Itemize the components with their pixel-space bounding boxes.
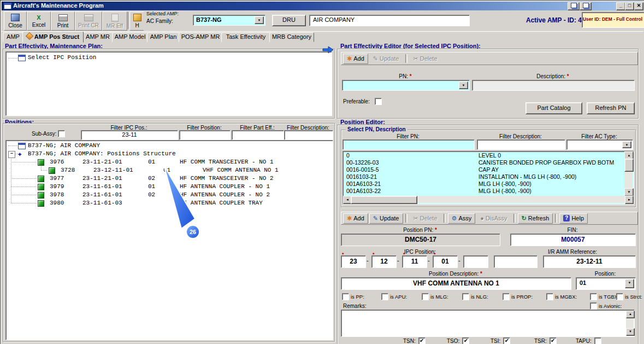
tab-amp-model[interactable]: AMP Model xyxy=(112,32,148,42)
positions-tree[interactable]: B737-NG; AIR COMPANY − ✚ B737-NG; AIR CO… xyxy=(5,140,333,340)
tree-row-3976[interactable]: 3976 23-11-21-01 01 HF COMM TRANSCEIVER … xyxy=(6,158,333,166)
h-button[interactable]: H xyxy=(129,11,145,31)
collapse-icon[interactable]: − xyxy=(8,151,15,158)
pe-delete-button[interactable]: ✂Delete xyxy=(410,213,441,224)
ipc-segment-1[interactable]: 23 xyxy=(341,255,366,268)
tree-row-root[interactable]: B737-NG; AIR COMPANY xyxy=(6,142,333,150)
list-row[interactable]: 001A6103-21MLG LH (-800, -900) xyxy=(343,180,634,188)
is-apu-checkbox[interactable] xyxy=(381,293,388,300)
pe-add-button[interactable]: ✱Add xyxy=(343,213,368,224)
position-dropdown-arrow-icon[interactable]: ▼ xyxy=(625,279,634,288)
pn-dropdown-arrow-icon[interactable]: ▼ xyxy=(459,81,468,89)
list-row[interactable]: 0016103-21INSTALLATION - MLG LH (-800, -… xyxy=(343,173,634,180)
pee-add-button[interactable]: ✱Add xyxy=(343,54,368,64)
tree-row-3977[interactable]: 3977 23-11-21-01 02 HF COMM TRANSCEIVER … xyxy=(6,174,333,183)
mr-eff-button[interactable]: MR Eff xyxy=(102,11,127,31)
horizontal-scrollbar[interactable]: ◄ ► xyxy=(343,196,633,203)
minimize-button[interactable]: _ xyxy=(616,2,625,10)
scroll-right-button[interactable]: ► xyxy=(625,196,634,204)
ipc-segment-3[interactable]: 11 xyxy=(402,255,427,268)
pe-update-button[interactable]: ✎Update xyxy=(369,213,403,224)
ipc-position-tree[interactable]: Select IPC Position xyxy=(5,51,332,116)
tree-row-3728[interactable]: 3728 23-12-11-01 01 VHF COMM ANTENNA NO … xyxy=(6,166,333,174)
tree-row-3978[interactable]: 3978 23-11-61-01 02 HF ANTENNA COUPLER -… xyxy=(6,191,333,199)
description-field[interactable] xyxy=(472,80,635,91)
close-button[interactable]: Close xyxy=(4,11,27,31)
splitter-arrow-button[interactable] xyxy=(322,46,335,54)
pee-delete-button[interactable]: ✂Delete xyxy=(410,54,441,64)
is-avionic-checkbox[interactable] xyxy=(590,302,597,310)
position-pn-field[interactable]: DMC50-17 xyxy=(341,234,500,246)
position-combobox[interactable]: 01 ▼ xyxy=(576,277,636,290)
dropdown-arrow-icon[interactable]: ▼ xyxy=(255,16,264,24)
tree-row-structure[interactable]: − ✚ B737-NG; AIR COMPANY: Positions Stru… xyxy=(6,150,333,158)
pe-help-button[interactable]: ?Help xyxy=(559,213,588,224)
remarks-textarea[interactable]: ▲ ▼ xyxy=(341,310,635,337)
tsn-checkbox[interactable]: ✔ xyxy=(418,337,426,344)
tree-row-3979[interactable]: 3979 23-11-61-01 01 HF ANTENNA COUPLER -… xyxy=(6,183,333,191)
pe-refresh-button[interactable]: ↻Refresh xyxy=(518,213,553,224)
scroll-thumb[interactable] xyxy=(351,196,417,204)
filter-ipc-field[interactable]: 23-11 xyxy=(81,130,178,140)
print-cr-button[interactable]: Print CR xyxy=(75,11,102,31)
titlebar-extra-button-1[interactable] xyxy=(568,2,580,10)
list-row[interactable]: 00-13226-03CANISTER BONDED PROP GEARBOX … xyxy=(343,159,634,166)
tapu-checkbox[interactable] xyxy=(594,337,601,344)
is-tgbx-checkbox[interactable] xyxy=(590,293,597,300)
tree-item-select-ipc[interactable]: Select IPC Position xyxy=(28,54,96,61)
ipc-segment-4[interactable]: 01 xyxy=(433,255,458,268)
vertical-scrollbar[interactable]: ▲ ▼ xyxy=(624,151,633,195)
ipc-segment-2[interactable]: 12 xyxy=(371,255,397,268)
tree-row-3980[interactable]: 3980 23-11-61-03 HF ANTENNA COUPLER TRAY xyxy=(6,199,333,207)
pn-combobox[interactable]: ▼ xyxy=(342,80,470,91)
ac-type-dropdown-arrow-icon[interactable]: ▼ xyxy=(622,141,631,148)
dru-button[interactable]: DRU xyxy=(272,15,306,26)
ipc-extra-field[interactable] xyxy=(494,255,537,268)
excel-button[interactable]: X Excel xyxy=(27,11,51,31)
pee-update-button[interactable]: ✎Update xyxy=(369,54,403,64)
is-mgbx-checkbox[interactable] xyxy=(546,293,553,300)
refresh-pn-button[interactable]: Refresh PN xyxy=(587,102,635,114)
tab-amp[interactable]: AMP xyxy=(3,32,23,42)
is-nlg-checkbox[interactable] xyxy=(462,293,469,300)
scroll-thumb[interactable] xyxy=(624,159,634,172)
is-prop-checkbox[interactable] xyxy=(503,293,510,300)
filter-position-field[interactable] xyxy=(179,130,231,140)
filter-part-eff-field[interactable] xyxy=(232,130,284,140)
tsr-checkbox[interactable]: ✔ xyxy=(550,337,557,344)
scroll-down-button[interactable]: ▼ xyxy=(626,328,635,336)
pe-assy-button[interactable]: ⚙Assy xyxy=(448,213,476,224)
fin-field[interactable]: M00057 xyxy=(510,234,636,246)
sub-assy-checkbox[interactable] xyxy=(58,130,65,137)
ipc-segment-5[interactable] xyxy=(463,255,488,268)
tab-task-effectivity[interactable]: Task Effectivity xyxy=(221,32,270,42)
tab-amp-mr[interactable]: AMP MR xyxy=(82,32,113,42)
part-catalog-button[interactable]: Part Catalog xyxy=(525,102,582,114)
titlebar-extra-button-2[interactable] xyxy=(580,2,592,10)
list-row[interactable]: 0016-0015-5CAP AY xyxy=(343,166,634,173)
company-field[interactable]: AIR COMPANY xyxy=(309,15,470,26)
tab-amp-pos-struct[interactable]: AMP Pos Struct xyxy=(22,31,84,43)
print-button[interactable]: Print xyxy=(51,11,75,31)
tso-checkbox[interactable]: ✔ xyxy=(462,337,469,344)
description-filter-field[interactable] xyxy=(477,139,565,150)
filter-description-field[interactable] xyxy=(284,130,333,140)
preferable-checkbox[interactable] xyxy=(375,98,382,105)
remarks-scrollbar[interactable]: ▲ ▼ xyxy=(626,311,634,335)
list-row[interactable]: 0LEVEL 0 xyxy=(343,152,634,159)
position-description-field[interactable]: VHF COMM ANTENNA NO 1 xyxy=(341,277,571,290)
ac-type-filter-combobox[interactable]: ▼ xyxy=(566,139,633,150)
is-strct-checkbox[interactable] xyxy=(616,293,623,300)
ac-family-combobox[interactable]: B737-NG ▼ xyxy=(193,15,265,26)
scroll-up-button[interactable]: ▲ xyxy=(626,311,635,318)
scroll-down-button[interactable]: ▼ xyxy=(624,188,634,196)
tab-pos-amp-mr[interactable]: POS-AMP MR xyxy=(179,32,222,42)
pn-filter-field[interactable] xyxy=(342,139,475,150)
ir-amm-reference-field[interactable]: 23-12-11 xyxy=(543,255,636,268)
tab-amp-plan[interactable]: AMP Plan xyxy=(147,32,180,42)
list-row[interactable]: 001A6103-22MLG LH (-800, -900) xyxy=(343,188,634,195)
is-mlg-checkbox[interactable] xyxy=(422,293,429,300)
close-window-button[interactable]: ✕ xyxy=(634,2,643,10)
maximize-button[interactable]: □ xyxy=(625,2,634,10)
tsi-checkbox[interactable]: ✔ xyxy=(503,337,510,344)
